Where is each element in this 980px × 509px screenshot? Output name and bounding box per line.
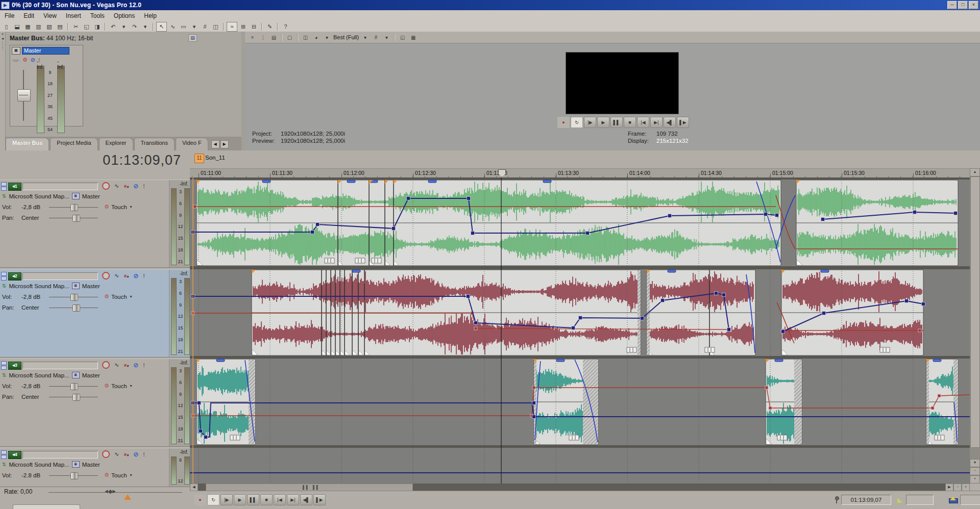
selection-edit-tool-icon[interactable]: ▭ [179, 22, 188, 31]
solo-icon[interactable]: ⊘ [133, 183, 138, 190]
audio-event[interactable] [926, 359, 958, 445]
event-group-tab[interactable] [933, 359, 941, 362]
routing-icon[interactable]: ⇅ [2, 283, 6, 289]
envelope-node[interactable] [715, 292, 718, 295]
track-lane[interactable] [190, 448, 970, 483]
pencil-icon[interactable]: ✎ [265, 22, 275, 31]
volume-slider[interactable] [49, 383, 98, 389]
new-project-icon[interactable]: ▯ [2, 22, 11, 31]
play-from-start-button[interactable]: |▶ [584, 117, 596, 128]
vol-value[interactable]: -2,8 dB [21, 383, 48, 389]
pan-slider[interactable] [49, 394, 98, 400]
envelope-node[interactable] [586, 232, 590, 235]
vol-value[interactable]: -2,8 dB [21, 204, 48, 210]
track-number-badge[interactable]: ◂1 [8, 183, 21, 191]
menu-edit[interactable]: Edit [19, 11, 39, 21]
envelope-node[interactable] [954, 212, 958, 215]
event-group-tab[interactable] [352, 270, 360, 272]
solo-icon[interactable]: ⊘ [133, 272, 138, 279]
event-group-tab[interactable] [428, 180, 436, 183]
envelope-node[interactable] [764, 213, 768, 216]
record-button[interactable]: ● [557, 117, 570, 128]
timecode-display[interactable]: 01:13:09,07 [5, 152, 181, 168]
record-arm-icon[interactable] [102, 361, 110, 369]
dock-grip-icon[interactable]: ⋮ [258, 33, 268, 42]
ignore-event-grouping-icon[interactable]: ⊟ [249, 22, 259, 31]
event-group-tab[interactable] [216, 359, 225, 362]
event-group-tab[interactable] [347, 180, 355, 183]
envelope-icon[interactable]: ∿ [114, 272, 119, 279]
vscrollbar-thumb[interactable] [970, 176, 980, 448]
envelope-node[interactable] [781, 330, 785, 334]
envelope-node[interactable] [467, 295, 470, 298]
tab-scroll-right-icon[interactable]: ▶ [220, 140, 229, 148]
dock-grip[interactable]: ×◂⋮⋮ [0, 32, 6, 150]
step-backward-button[interactable]: ◀▌ [664, 117, 676, 128]
lock-envelopes-icon[interactable]: ⊞ [238, 22, 248, 31]
tab-explorer[interactable]: Explorer [99, 138, 133, 150]
bus-assign-icon[interactable]: ▣ [72, 283, 80, 289]
timeline-svg[interactable] [190, 177, 970, 483]
event-group-tab[interactable] [262, 180, 271, 183]
envelope-node[interactable] [199, 429, 203, 433]
envelope-node[interactable] [913, 211, 917, 214]
bus-assign-icon[interactable]: ▣ [72, 372, 80, 378]
automation-mode[interactable]: Touch [111, 204, 127, 210]
volume-slider[interactable] [49, 294, 98, 300]
minimize-button[interactable]: ─ [947, 1, 957, 9]
pause-button[interactable]: ▌▌ [610, 117, 623, 128]
audio-event[interactable] [796, 180, 958, 266]
record-arm-icon[interactable] [102, 272, 110, 279]
master-fader[interactable] [17, 70, 30, 121]
record-arm-icon[interactable] [102, 182, 110, 190]
step-forward-button[interactable]: ▌▶ [313, 494, 326, 505]
import-media-icon[interactable]: ▧ [44, 22, 54, 31]
step-backward-button[interactable]: ◀▌ [300, 494, 312, 505]
stop-button[interactable]: ■ [624, 117, 636, 128]
chevron-down-icon[interactable]: ▾ [130, 473, 132, 477]
envelope-node[interactable] [204, 436, 208, 439]
envelope-node[interactable] [641, 317, 644, 320]
solo-icon[interactable]: ⊘ [133, 451, 138, 458]
copy-icon[interactable]: ◱ [82, 22, 91, 31]
time-ruler[interactable]: 01:11:0001:11:3001:12:0001:12:3001:13:00… [190, 168, 970, 179]
vol-value[interactable]: -2.8 dB [21, 472, 48, 478]
menu-view[interactable]: View [39, 11, 61, 21]
envelope-node[interactable] [775, 214, 779, 217]
envelope-node[interactable] [938, 394, 941, 397]
envelope-node[interactable] [579, 316, 582, 320]
record-button[interactable]: ● [194, 494, 206, 505]
track-height-buttons[interactable] [1, 182, 7, 191]
status-timecode[interactable]: 01:13:09,07 [841, 495, 891, 505]
automation-gear-icon[interactable]: ⚙ [104, 203, 109, 210]
track-header-2[interactable]: ◂2∿×▾⊘!⇅Microsoft Sound Map...▣MasterVol… [0, 269, 190, 358]
event-gain-icon[interactable] [627, 347, 636, 352]
close-button[interactable]: × [969, 1, 978, 9]
mute-icon[interactable]: ×▾ [124, 451, 129, 457]
routing-icon[interactable]: ⇅ [2, 193, 6, 199]
play-button[interactable]: ▶ [234, 494, 246, 505]
event-group-tab[interactable] [556, 359, 565, 362]
paste-icon[interactable]: ◨ [92, 22, 102, 31]
event-gain-icon[interactable] [935, 435, 944, 440]
volume-slider[interactable] [49, 204, 98, 210]
horizontal-scrollbar[interactable]: ◀ ▐▐▐▐ ▶ − + [190, 483, 970, 491]
tab-video-f[interactable]: Video F [176, 138, 208, 150]
bus-box-icon[interactable]: ▣ [12, 47, 20, 55]
open-icon[interactable]: ⬓ [12, 22, 22, 31]
solo-icon[interactable]: ⊘ [133, 362, 138, 369]
event-gain-icon[interactable] [372, 258, 381, 263]
dropdown-icon[interactable]: ▾ [360, 33, 371, 42]
scroll-up-button[interactable]: ▲ [970, 168, 980, 176]
event-gain-icon[interactable] [355, 258, 365, 263]
envelope-edit-tool-icon[interactable]: ∿ [168, 22, 178, 31]
phase-icon[interactable]: ! [143, 362, 145, 368]
snapping-icon[interactable]: # [200, 22, 210, 31]
track-height-buttons[interactable] [1, 361, 7, 370]
preview-quality-select[interactable]: Best (Full) [332, 34, 360, 40]
loop-playback-button[interactable]: ↻ [571, 117, 583, 128]
cut-icon[interactable]: ✂ [71, 22, 81, 31]
track-number-badge[interactable]: ◂4 [8, 451, 21, 459]
go-to-end-button[interactable]: ▶| [287, 494, 299, 505]
video-preview-monitor-icon[interactable]: ▢ [284, 33, 295, 42]
